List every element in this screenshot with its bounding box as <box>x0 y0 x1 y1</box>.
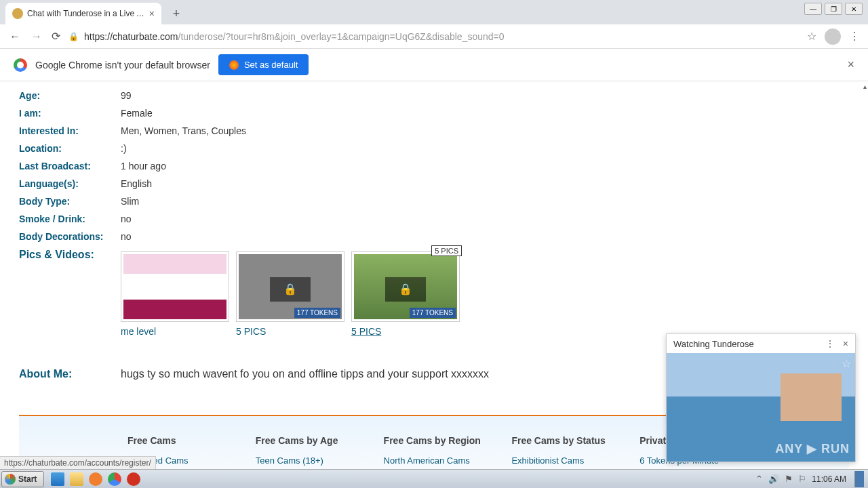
lock-overlay-icon: 🔒 <box>270 277 311 302</box>
tray-expand-icon[interactable]: ⌃ <box>755 474 763 484</box>
reload-button[interactable]: ⟳ <box>52 30 60 43</box>
bio-label: Interested In: <box>19 125 121 136</box>
footer-link[interactable]: Teen Cams (18+) <box>256 455 357 466</box>
bio-row: Body Decorations:no <box>19 228 849 245</box>
back-button[interactable]: ← <box>8 30 22 43</box>
minimize-button[interactable]: — <box>804 3 822 15</box>
bio-table: Age:99I am:FemaleInterested In:Men, Wome… <box>19 87 849 245</box>
bio-value: Slim <box>121 196 139 207</box>
bio-label: Age: <box>19 90 121 101</box>
tab-bar: Chat with Tunderose in a Live Adult × + … <box>0 0 868 24</box>
ie-icon[interactable] <box>51 472 64 486</box>
chrome-taskbar-icon[interactable] <box>108 472 121 486</box>
pip-video[interactable]: ☆ ANY ▶ RUN <box>667 353 855 462</box>
new-tab-button[interactable]: + <box>167 4 186 23</box>
profile-avatar[interactable] <box>825 28 841 45</box>
close-window-button[interactable]: ✕ <box>845 3 863 15</box>
flag-icon[interactable]: ⚐ <box>798 474 806 484</box>
pic-caption[interactable]: 5 PICS <box>236 326 346 337</box>
infobar-message: Google Chrome isn't your default browser <box>35 60 210 70</box>
pic-item[interactable]: me level <box>121 251 231 337</box>
pip-close-icon[interactable]: × <box>843 338 848 349</box>
start-orb-icon <box>5 474 16 485</box>
url-path: /tunderose/?tour=hr8m&join_overlay=1&cam… <box>178 31 505 42</box>
chrome-menu-icon[interactable]: ⋮ <box>849 30 860 43</box>
footer-title: Free Cams by Status <box>511 435 612 446</box>
favorite-star-icon[interactable]: ☆ <box>842 357 851 370</box>
system-tray: ⌃ 🔊 ⚑ ⚐ 11:06 AM <box>755 471 868 487</box>
bio-label: Body Type: <box>19 196 121 207</box>
taskbar: Start ⌃ 🔊 ⚑ ⚐ 11:06 AM <box>0 469 868 488</box>
infobar-close-icon[interactable]: × <box>847 58 854 72</box>
quick-launch <box>51 472 140 486</box>
pip-header: Watching Tunderose ⋮ × <box>667 334 855 353</box>
bookmark-icon[interactable]: ☆ <box>807 30 816 43</box>
pic-count-badge: 5 PICS <box>431 245 462 256</box>
security-icon[interactable]: ⚑ <box>785 474 793 484</box>
bio-row: Interested In:Men, Women, Trans, Couples <box>19 122 849 140</box>
clock[interactable]: 11:06 AM <box>812 474 846 484</box>
url-host: https://chaturbate.com <box>84 31 178 42</box>
bio-label: Smoke / Drink: <box>19 214 121 224</box>
footer-link[interactable]: North American Cams <box>384 455 485 466</box>
pip-window[interactable]: Watching Tunderose ⋮ × ☆ ANY ▶ RUN <box>666 333 856 462</box>
show-desktop-button[interactable] <box>854 471 864 487</box>
bio-row: Last Broadcast:1 hour ago <box>19 157 849 175</box>
bio-value: no <box>121 214 132 224</box>
bio-value: 99 <box>121 90 132 101</box>
bio-row: Body Type:Slim <box>19 192 849 210</box>
bio-value: Men, Women, Trans, Couples <box>121 125 246 136</box>
pic-item[interactable]: 🔒177 TOKENS5 PICS <box>236 251 346 337</box>
explorer-icon[interactable] <box>70 472 83 486</box>
footer-column: Free Cams by AgeTeen Cams (18+)18 to 21 … <box>256 435 357 469</box>
bio-row: Age:99 <box>19 87 849 104</box>
pic-thumbnail[interactable]: 🔒177 TOKENS5 PICS <box>351 251 460 322</box>
browser-tab[interactable]: Chat with Tunderose in a Live Adult × <box>5 3 161 24</box>
footer-title: Free Cams by Region <box>384 435 485 446</box>
browser-chrome: Chat with Tunderose in a Live Adult × + … <box>0 0 868 81</box>
bio-label: Language(s): <box>19 178 121 189</box>
favicon-icon <box>12 8 23 19</box>
maximize-button[interactable]: ❐ <box>825 3 842 15</box>
volume-icon[interactable]: 🔊 <box>768 474 779 484</box>
pic-caption[interactable]: 5 PICS <box>351 326 461 337</box>
status-bar-url: https://chaturbate.com/accounts/register… <box>0 456 156 469</box>
bio-value: no <box>121 231 132 242</box>
shield-icon <box>229 60 239 70</box>
bio-value: 1 hour ago <box>121 161 166 171</box>
bio-value: :) <box>121 143 127 154</box>
forward-button[interactable]: → <box>30 30 43 43</box>
pip-watermark: ANY ▶ RUN <box>775 441 850 456</box>
footer-column: Free Cams by StatusExhibitionist CamsHD … <box>511 435 612 469</box>
bio-row: Language(s):English <box>19 175 849 192</box>
bio-label: Body Decorations: <box>19 231 121 242</box>
pic-caption[interactable]: me level <box>121 326 231 337</box>
token-badge: 177 TOKENS <box>294 308 340 318</box>
pic-thumbnail[interactable]: 🔒177 TOKENS <box>236 251 344 322</box>
bio-label: I am: <box>19 108 121 119</box>
start-button[interactable]: Start <box>1 471 44 487</box>
close-tab-icon[interactable]: × <box>149 8 155 19</box>
url-field[interactable]: 🔒 https://chaturbate.com/tunderose/?tour… <box>68 31 799 42</box>
footer-link[interactable]: Exhibitionist Cams <box>511 455 612 466</box>
token-badge: 177 TOKENS <box>410 308 456 318</box>
pip-title: Watching Tunderose <box>673 339 754 349</box>
media-player-icon[interactable] <box>89 472 102 486</box>
pic-item[interactable]: 🔒177 TOKENS5 PICS5 PICS <box>351 251 461 337</box>
lock-icon: 🔒 <box>68 32 79 41</box>
bio-row: Location::) <box>19 140 849 157</box>
pic-thumbnail[interactable] <box>121 251 229 322</box>
set-default-button[interactable]: Set as default <box>218 54 309 75</box>
footer-column: Free Cams by RegionNorth American CamsOt… <box>384 435 485 469</box>
bio-row: I am:Female <box>19 104 849 122</box>
pip-menu-icon[interactable]: ⋮ <box>825 338 835 349</box>
app-icon[interactable] <box>127 472 140 486</box>
footer-title: Free Cams <box>127 435 229 446</box>
bio-value: English <box>121 178 152 189</box>
chrome-logo-icon <box>14 58 27 72</box>
window-controls: — ❐ ✕ <box>804 3 863 15</box>
pics-videos-label: Pics & Videos: <box>19 249 121 337</box>
footer-title: Free Cams by Age <box>256 435 357 446</box>
address-bar: ← → ⟳ 🔒 https://chaturbate.com/tunderose… <box>0 24 868 49</box>
about-me-label: About Me: <box>19 368 121 380</box>
